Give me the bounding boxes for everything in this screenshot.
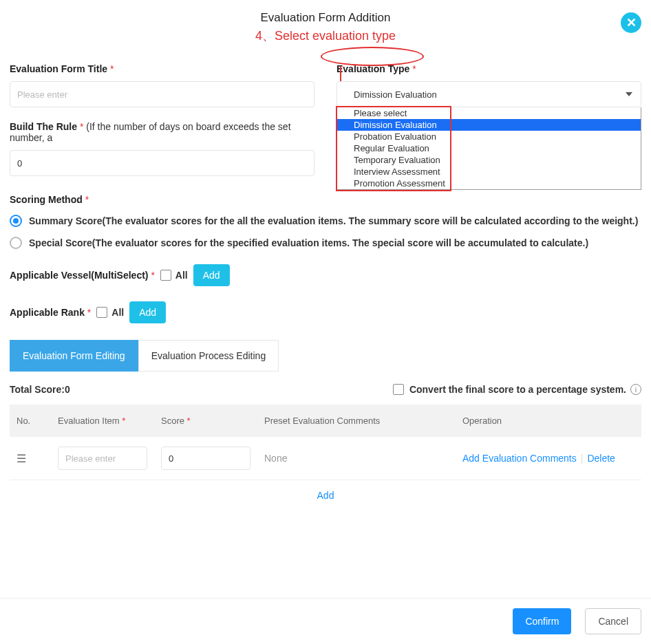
summary-score-radio[interactable]: [10, 215, 22, 227]
build-rule-label: Build The Rule * (If the number of days …: [10, 121, 314, 143]
vessel-add-button[interactable]: Add: [193, 264, 230, 286]
col-header-preset: Preset Evaluation Comments: [264, 416, 462, 426]
page-title: Evaluation Form Addition: [10, 11, 641, 25]
vessel-all-label: All: [175, 270, 188, 281]
scoring-method-label: Scoring Method *: [10, 194, 641, 205]
add-row-link[interactable]: Add: [317, 490, 334, 501]
annotation-step-label: 4、Select evaluation type: [10, 28, 641, 44]
drag-handle-icon[interactable]: ☰: [17, 453, 26, 464]
score-input[interactable]: [161, 447, 250, 470]
preset-comments-text: None: [264, 453, 287, 464]
evaluation-type-option[interactable]: Interview Assessment: [337, 166, 641, 178]
rank-all-checkbox[interactable]: [96, 307, 107, 318]
form-title-label: Evaluation Form Title *: [10, 63, 314, 74]
modal: ✕ Evaluation Form Addition 4、Select eval…: [0, 0, 651, 644]
info-icon[interactable]: i: [630, 384, 641, 395]
evaluation-type-option[interactable]: Temporary Evaluation: [337, 154, 641, 166]
evaluation-type-option[interactable]: Dimission Evaluation: [337, 119, 641, 131]
evaluation-items-table: No. Evaluation Item * Score * Preset Eva…: [10, 405, 641, 511]
special-score-text: Special Score(The evaluator scores for t…: [29, 237, 588, 248]
convert-percentage-checkbox[interactable]: [393, 384, 404, 395]
build-rule-input[interactable]: [10, 150, 314, 176]
summary-score-text: Summary Score(The evaluator scores for t…: [29, 215, 638, 226]
total-score-label: Total Score:0: [10, 384, 70, 395]
special-score-radio[interactable]: [10, 237, 22, 249]
evaluation-type-selected: Dimission Evaluation: [354, 89, 437, 100]
divider: |: [581, 453, 584, 464]
form-title-input[interactable]: [10, 81, 314, 107]
evaluation-item-input[interactable]: [58, 447, 147, 470]
vessel-all-checkbox[interactable]: [160, 270, 171, 281]
col-header-no: No.: [17, 416, 58, 426]
convert-percentage-label: Convert the final score to a percentage …: [409, 384, 626, 395]
close-icon: ✕: [626, 15, 637, 30]
add-evaluation-comments-link[interactable]: Add Evaluation Comments: [462, 453, 577, 464]
confirm-button[interactable]: Confirm: [513, 608, 571, 634]
col-header-score: Score *: [161, 416, 264, 426]
rank-add-button[interactable]: Add: [129, 301, 166, 323]
evaluation-type-select[interactable]: Dimission Evaluation: [337, 81, 641, 107]
footer: Confirm Cancel: [0, 598, 651, 644]
tab-process-editing[interactable]: Evaluation Process Editing: [138, 340, 279, 372]
applicable-vessel-label: Applicable Vessel(MultiSelect) *: [10, 270, 155, 281]
evaluation-type-dropdown: Please select Dimission Evaluation Proba…: [337, 107, 641, 190]
cancel-button[interactable]: Cancel: [585, 608, 641, 634]
tab-form-editing[interactable]: Evaluation Form Editing: [10, 340, 138, 372]
chevron-down-icon: [626, 92, 632, 96]
rank-all-label: All: [111, 307, 124, 318]
evaluation-type-label: Evaluation Type *: [337, 63, 641, 74]
evaluation-type-option[interactable]: Please select: [337, 107, 641, 119]
close-button[interactable]: ✕: [621, 12, 641, 33]
applicable-rank-label: Applicable Rank *: [10, 307, 91, 318]
evaluation-type-option[interactable]: Promotion Assessment: [337, 178, 641, 189]
evaluation-type-option[interactable]: Probation Evaluation: [337, 131, 641, 142]
col-header-item: Evaluation Item *: [58, 416, 161, 426]
delete-row-link[interactable]: Delete: [587, 453, 615, 464]
col-header-operation: Operation: [462, 416, 634, 426]
table-row: ☰ None Add Evaluation Comments | Delete: [10, 437, 641, 480]
evaluation-type-option[interactable]: Regular Evaluation: [337, 142, 641, 154]
